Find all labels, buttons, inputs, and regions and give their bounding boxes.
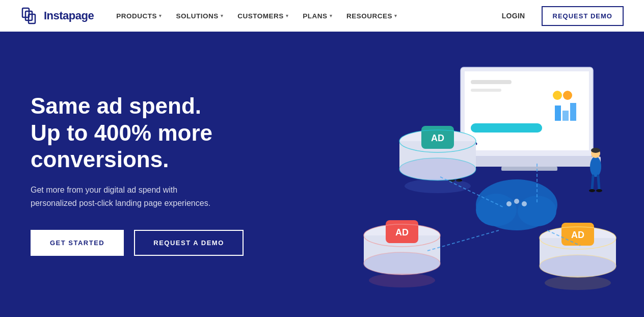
chevron-down-icon: ▾ [159, 13, 162, 18]
svg-point-23 [590, 156, 601, 177]
navbar: Instapage PRODUCTS ▾ SOLUTIONS ▾ CUSTOME… [0, 0, 644, 32]
svg-rect-7 [471, 123, 542, 133]
svg-point-34 [514, 199, 519, 204]
svg-rect-11 [562, 111, 569, 121]
svg-point-29 [596, 189, 602, 192]
hero-title: Same ad spend. Up to 400% more conversio… [31, 93, 296, 173]
chevron-down-icon: ▾ [330, 13, 333, 18]
hero-subtitle: Get more from your digital ad spend with… [31, 183, 224, 209]
svg-rect-14 [501, 167, 557, 171]
svg-point-8 [553, 91, 562, 100]
svg-rect-12 [570, 103, 576, 121]
logo-text: Instapage [44, 9, 94, 22]
svg-point-9 [563, 91, 572, 100]
svg-line-26 [592, 176, 593, 190]
request-demo-hero-button[interactable]: REQUEST A DEMO [134, 230, 244, 256]
svg-point-47 [369, 273, 435, 287]
nav-item-solutions[interactable]: SOLUTIONS ▾ [170, 8, 229, 24]
chevron-down-icon: ▾ [394, 13, 397, 18]
svg-point-55 [545, 276, 611, 290]
login-button[interactable]: LOGIN [494, 8, 533, 24]
svg-point-31 [476, 194, 517, 226]
nav-item-products[interactable]: PRODUCTS ▾ [110, 8, 168, 24]
svg-rect-10 [555, 105, 561, 121]
request-demo-button[interactable]: REQUEST DEMO [542, 6, 624, 26]
svg-text:AD: AD [431, 133, 444, 143]
nav-links: PRODUCTS ▾ SOLUTIONS ▾ CUSTOMERS ▾ PLANS… [110, 8, 403, 24]
hero-illustration: AD AD [318, 52, 634, 317]
logo[interactable]: Instapage [20, 6, 94, 25]
svg-point-35 [522, 201, 527, 206]
nav-item-resources[interactable]: RESOURCES ▾ [340, 8, 404, 24]
svg-point-25 [591, 148, 600, 153]
nav-left: Instapage PRODUCTS ▾ SOLUTIONS ▾ CUSTOME… [20, 6, 404, 25]
chevron-down-icon: ▾ [221, 13, 224, 18]
svg-text:AD: AD [395, 227, 409, 237]
nav-item-plans[interactable]: PLANS ▾ [297, 8, 338, 24]
svg-point-33 [506, 201, 512, 206]
chevron-down-icon: ▾ [286, 13, 289, 18]
svg-rect-5 [471, 80, 512, 84]
nav-item-customers[interactable]: CUSTOMERS ▾ [231, 8, 294, 24]
svg-point-39 [405, 179, 471, 193]
get-started-button[interactable]: GET STARTED [31, 230, 124, 256]
svg-point-28 [589, 189, 595, 192]
hero-content: Same ad spend. Up to 400% more conversio… [31, 93, 296, 256]
svg-line-27 [598, 176, 599, 190]
nav-right: LOGIN REQUEST DEMO [494, 6, 624, 26]
hero-buttons: GET STARTED REQUEST A DEMO [31, 230, 296, 256]
logo-icon [20, 6, 40, 25]
svg-rect-6 [471, 89, 501, 92]
svg-text:AD: AD [571, 230, 584, 240]
illustration-svg: AD AD [318, 52, 634, 317]
hero-section: Same ad spend. Up to 400% more conversio… [0, 32, 644, 317]
